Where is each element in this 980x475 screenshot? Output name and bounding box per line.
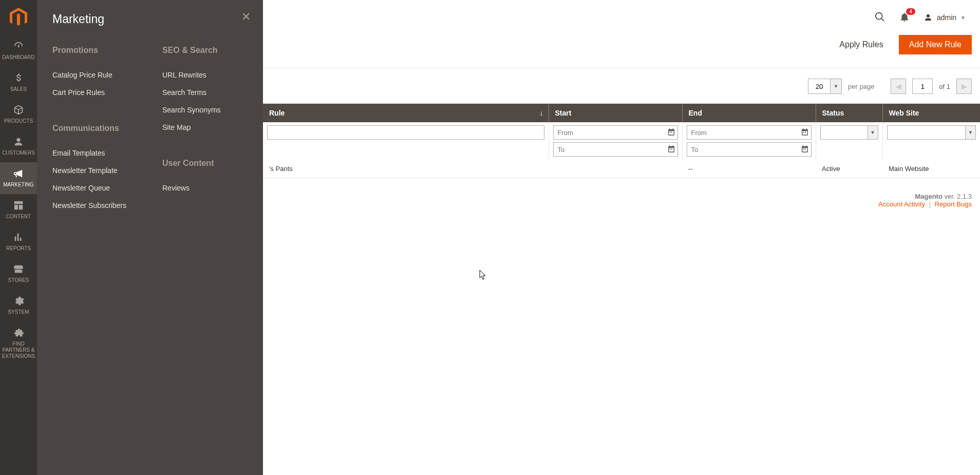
close-icon[interactable]: ✕: [241, 10, 251, 24]
next-page-button[interactable]: ▶: [956, 79, 972, 94]
per-page-input[interactable]: [808, 79, 831, 94]
footer: Magento ver. 2.1.3 Account Activity | Re…: [263, 178, 980, 218]
chevron-down-icon: ▼: [966, 125, 976, 140]
add-new-rule-button[interactable]: Add New Rule: [899, 35, 972, 54]
bar-chart-icon: [13, 231, 24, 243]
sidebar-item-label: DASHBOARD: [2, 54, 34, 61]
admin-sidebar: DASHBOARD SALES PRODUCTS CUSTOMERS MARKE…: [0, 0, 37, 475]
box-icon: [13, 104, 24, 116]
cell-status: Active: [816, 160, 882, 178]
menu-cart-price-rules[interactable]: Cart Price Rules: [52, 84, 138, 101]
caret-down-icon: ▼: [960, 15, 966, 21]
report-bugs-link[interactable]: Report Bugs: [935, 200, 972, 208]
person-icon: [13, 136, 24, 148]
filter-website-select[interactable]: [887, 125, 966, 140]
layout-icon: [13, 199, 24, 212]
grid-toolbar: ▼ per page ◀ of 1 ▶: [263, 68, 980, 104]
sidebar-item-stores[interactable]: STORES: [0, 258, 37, 290]
gauge-icon: [13, 40, 24, 52]
chevron-down-icon: ▼: [868, 125, 878, 140]
notifications-icon[interactable]: 4: [899, 11, 910, 24]
menu-search-terms[interactable]: Search Terms: [162, 84, 248, 101]
flyout-title: Marketing: [52, 12, 248, 26]
storefront-icon: [13, 263, 24, 275]
col-header-status[interactable]: Status: [816, 104, 882, 122]
menu-newsletter-subscribers[interactable]: Newsletter Subscribers: [52, 197, 138, 214]
menu-catalog-price-rule[interactable]: Catalog Price Rule: [52, 66, 138, 84]
sidebar-item-marketing[interactable]: MARKETING: [0, 162, 37, 194]
col-header-rule[interactable]: Rule↓: [263, 104, 549, 122]
brand-logo[interactable]: [0, 0, 37, 35]
menu-search-synonyms[interactable]: Search Synonyms: [162, 101, 248, 119]
sidebar-item-label: PRODUCTS: [4, 118, 33, 124]
prev-page-button[interactable]: ◀: [891, 79, 906, 94]
group-communications-title: Communications: [52, 124, 138, 133]
menu-newsletter-queue[interactable]: Newsletter Queue: [52, 179, 138, 197]
sidebar-item-label: MARKETING: [3, 182, 33, 188]
page-of-label: of 1: [939, 83, 950, 90]
sidebar-item-reports[interactable]: REPORTS: [0, 226, 37, 258]
sidebar-item-label: CONTENT: [6, 214, 31, 220]
calendar-icon[interactable]: [667, 145, 675, 155]
filter-rule-input[interactable]: [267, 125, 544, 140]
sort-arrow-icon: ↓: [540, 109, 543, 117]
group-user-content-title: User Content: [162, 159, 248, 168]
sidebar-item-label: REPORTS: [6, 245, 31, 252]
calendar-icon[interactable]: [667, 128, 675, 138]
per-page-dropdown[interactable]: ▼: [831, 79, 842, 94]
col-header-end[interactable]: End: [682, 104, 816, 122]
footer-brand: Magento: [915, 193, 942, 200]
sidebar-item-partners[interactable]: FIND PARTNERS & EXTENSIONS: [0, 321, 37, 366]
cell-end: --: [682, 160, 816, 178]
gear-icon: [13, 295, 24, 307]
puzzle-icon: [13, 327, 24, 339]
footer-version: ver. 2.1.3: [943, 193, 972, 200]
user-icon: [924, 12, 933, 23]
filter-status-select[interactable]: [820, 125, 868, 140]
search-icon[interactable]: [874, 11, 885, 24]
topbar: 4 admin ▼: [263, 0, 980, 35]
sidebar-item-label: FIND PARTNERS & EXTENSIONS: [0, 341, 37, 359]
sidebar-item-label: SALES: [10, 86, 27, 92]
group-seo-title: SEO & Search: [162, 46, 248, 55]
menu-email-templates[interactable]: Email Templates: [52, 144, 138, 162]
page-number-input[interactable]: [912, 79, 933, 94]
col-header-start[interactable]: Start: [549, 104, 682, 122]
sidebar-item-label: CUSTOMERS: [2, 150, 35, 156]
notification-badge: 4: [906, 8, 915, 15]
admin-username: admin: [937, 13, 956, 22]
dollar-icon: [13, 72, 24, 84]
page-action-bar: Apply Rules Add New Rule: [263, 35, 980, 68]
sidebar-item-system[interactable]: SYSTEM: [0, 290, 37, 321]
menu-url-rewrites[interactable]: URL Rewrites: [162, 66, 248, 84]
filter-start-to[interactable]: [553, 142, 678, 157]
calendar-icon[interactable]: [801, 128, 809, 138]
filter-end-from[interactable]: [687, 125, 812, 140]
filter-start-from[interactable]: [553, 125, 678, 140]
sidebar-item-content[interactable]: CONTENT: [0, 194, 37, 226]
sidebar-item-label: SYSTEM: [8, 309, 29, 315]
footer-separator: |: [929, 200, 931, 208]
sidebar-item-sales[interactable]: SALES: [0, 67, 37, 99]
menu-site-map[interactable]: Site Map: [162, 119, 248, 136]
col-header-website[interactable]: Web Site: [882, 104, 980, 122]
table-row[interactable]: 's Pants -- Active Main Website: [263, 160, 980, 178]
account-activity-link[interactable]: Account Activity: [878, 200, 925, 208]
marketing-flyout: ✕ Marketing Promotions Catalog Price Rul…: [37, 0, 263, 475]
magento-logo-icon: [10, 8, 27, 27]
rules-grid: Rule↓ Start End Status Web Site: [263, 104, 980, 178]
megaphone-icon: [13, 167, 24, 180]
apply-rules-button[interactable]: Apply Rules: [830, 35, 892, 54]
sidebar-item-dashboard[interactable]: DASHBOARD: [0, 35, 37, 67]
cell-rule: 's Pants: [263, 160, 549, 178]
sidebar-item-customers[interactable]: CUSTOMERS: [0, 130, 37, 162]
sidebar-item-label: STORES: [8, 277, 29, 283]
menu-reviews[interactable]: Reviews: [162, 179, 248, 197]
filter-end-to[interactable]: [687, 142, 812, 157]
group-promotions-title: Promotions: [52, 46, 138, 55]
sidebar-item-products[interactable]: PRODUCTS: [0, 99, 37, 130]
menu-newsletter-template[interactable]: Newsletter Template: [52, 162, 138, 179]
calendar-icon[interactable]: [801, 145, 809, 155]
admin-account[interactable]: admin ▼: [924, 12, 966, 23]
cell-start: [549, 160, 682, 178]
